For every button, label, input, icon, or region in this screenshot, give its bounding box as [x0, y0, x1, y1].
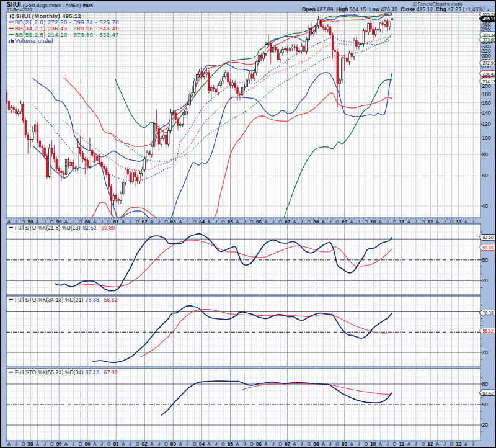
svg-text:10: 10: [370, 219, 376, 225]
svg-text:78.38: 78.38: [483, 311, 494, 315]
svg-text:$HUI (Monthly) 495.12: $HUI (Monthly) 495.12: [16, 13, 81, 19]
svg-text:J: J: [43, 219, 46, 225]
svg-text:05: 05: [228, 219, 233, 225]
svg-text:160: 160: [482, 100, 491, 106]
svg-text:J: J: [301, 219, 303, 225]
svg-text:69.80: 69.80: [483, 246, 494, 250]
svg-text:20: 20: [482, 277, 489, 284]
svg-text:99: 99: [56, 219, 62, 225]
svg-text:09: 09: [342, 219, 347, 225]
svg-text:A: A: [293, 219, 296, 225]
svg-text:A: A: [36, 219, 39, 225]
svg-text:O: O: [450, 219, 454, 225]
svg-text:100: 100: [482, 135, 491, 141]
svg-text:O: O: [221, 219, 225, 225]
svg-text:A: A: [150, 219, 153, 225]
svg-text:J: J: [329, 219, 332, 225]
svg-text:04: 04: [199, 219, 205, 225]
svg-text:J: J: [15, 219, 17, 225]
svg-text:Full STO %K(55,21) %D(34): Full STO %K(55,21) %D(34): [15, 369, 84, 375]
svg-text:BB(34,2.1) 236.43 - 389.96 - 5: BB(34,2.1) 236.43 - 389.96 - 543.49: [15, 25, 119, 32]
svg-text:01: 01: [113, 219, 119, 225]
svg-text:78.38,: 78.38,: [86, 297, 101, 303]
svg-text:J: J: [443, 219, 446, 225]
svg-text:236.43: 236.43: [483, 72, 496, 76]
svg-text:Volume undef: Volume undef: [15, 37, 53, 44]
svg-text:67.42,: 67.42,: [86, 369, 101, 375]
svg-text:60: 60: [482, 172, 489, 179]
svg-text:J: J: [129, 219, 131, 225]
svg-text:O: O: [136, 219, 140, 225]
svg-text:O: O: [22, 219, 25, 225]
svg-text:O: O: [307, 219, 311, 225]
svg-text:50: 50: [482, 401, 489, 408]
svg-text:82.50: 82.50: [483, 235, 494, 240]
svg-text:A: A: [7, 219, 11, 225]
svg-text:12: 12: [428, 219, 433, 225]
svg-text:11: 11: [399, 219, 405, 225]
svg-text:A: A: [350, 219, 353, 225]
svg-text:J: J: [157, 219, 160, 225]
svg-text:O: O: [79, 219, 82, 225]
svg-text:J: J: [415, 219, 417, 225]
svg-text:00: 00: [85, 219, 91, 225]
svg-text:J: J: [187, 219, 189, 225]
svg-text:Open487.89High504.15Low476.40C: Open487.89High504.15Low476.40Close495.12…: [302, 6, 485, 12]
svg-text:O: O: [364, 219, 368, 225]
svg-text:495.12: 495.12: [483, 17, 496, 21]
svg-text:A: A: [436, 219, 439, 225]
svg-text:50: 50: [482, 257, 489, 263]
svg-text:67.00: 67.00: [104, 369, 118, 375]
svg-text:O: O: [278, 219, 282, 225]
svg-text:A: A: [464, 219, 467, 225]
svg-text:06: 06: [256, 219, 262, 225]
svg-text:J: J: [100, 219, 103, 225]
svg-text:Full STO %K(21,8) %D(13): Full STO %K(21,8) %D(13): [15, 225, 81, 231]
svg-text:J: J: [272, 219, 275, 225]
svg-text:56.62: 56.62: [104, 297, 118, 303]
svg-text:BB(21,2.0) 272.90 - 399.34 - 5: BB(21,2.0) 272.90 - 399.34 - 525.78: [15, 19, 119, 25]
svg-text:82.50,: 82.50,: [82, 225, 98, 231]
svg-text:02: 02: [142, 219, 148, 225]
svg-text:373.80: 373.80: [483, 38, 496, 42]
svg-text:O: O: [193, 219, 197, 225]
svg-text:13: 13: [456, 219, 462, 225]
svg-text:O: O: [421, 219, 425, 225]
svg-text:J: J: [472, 219, 474, 225]
svg-text:J: J: [215, 219, 218, 225]
svg-text:A: A: [122, 219, 125, 225]
svg-text:20: 20: [482, 349, 489, 356]
svg-text:O: O: [164, 219, 168, 225]
svg-text:56.62: 56.62: [483, 329, 494, 333]
svg-text:A: A: [379, 219, 382, 225]
svg-text:08: 08: [313, 219, 319, 225]
svg-text:A: A: [207, 219, 210, 225]
svg-text:J: J: [358, 219, 360, 225]
svg-text:A: A: [64, 219, 68, 225]
svg-text:180: 180: [482, 91, 491, 97]
svg-text:O: O: [335, 219, 339, 225]
svg-text:40: 40: [482, 203, 489, 209]
svg-text:A: A: [236, 219, 239, 225]
svg-text:98: 98: [28, 219, 33, 225]
svg-text:214.13: 214.13: [483, 79, 496, 84]
svg-text:J: J: [72, 219, 74, 225]
svg-text:Full STO %K(34,13) %D(21): Full STO %K(34,13) %D(21): [15, 297, 84, 303]
svg-text:A: A: [179, 219, 182, 225]
svg-text:O: O: [107, 219, 111, 225]
svg-text:17-Sep-2010: 17-Sep-2010: [7, 7, 32, 12]
svg-text:03: 03: [170, 219, 176, 225]
svg-text:A: A: [265, 219, 268, 225]
svg-text:J: J: [244, 219, 246, 225]
svg-text:A: A: [407, 219, 410, 225]
svg-text:69.80: 69.80: [101, 225, 115, 231]
svg-text:140: 140: [482, 110, 491, 116]
svg-text:J: J: [386, 219, 389, 225]
svg-text:80: 80: [482, 381, 489, 387]
svg-text:80: 80: [482, 151, 489, 158]
svg-text:O: O: [392, 219, 396, 225]
svg-text:20: 20: [482, 422, 489, 428]
svg-text:07: 07: [285, 219, 290, 225]
svg-text:O: O: [50, 219, 54, 225]
svg-text:A: A: [322, 219, 325, 225]
